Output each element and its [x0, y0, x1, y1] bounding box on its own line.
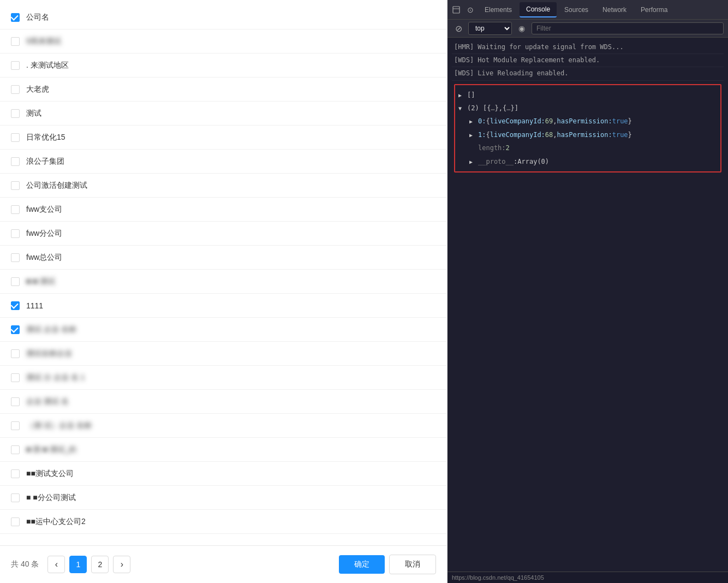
array-item-1[interactable]: 1: { liveCompanyId: 68 , hasPermission: …	[469, 128, 717, 141]
prev-page-button[interactable]	[47, 556, 65, 573]
list-item[interactable]: 大老虎	[0, 78, 447, 102]
item-label-4: 大老虎	[26, 85, 49, 94]
array-expanded-entry[interactable]: (2) [ {…} , {…} ]	[458, 102, 717, 115]
toggle-arrow-icon[interactable]	[458, 90, 465, 100]
checkbox-2[interactable]	[11, 37, 20, 46]
array-length: length: 2	[469, 141, 717, 154]
tab-console[interactable]: Console	[520, 2, 557, 17]
checkbox-17[interactable]	[11, 397, 20, 406]
checkbox-21[interactable]	[11, 493, 20, 502]
page-2-button[interactable]: 2	[91, 556, 109, 573]
list-item[interactable]: ■ 测 ■ 测试_的	[0, 438, 447, 462]
list-item[interactable]: fww分公司	[0, 222, 447, 246]
item-label-1: 公司名	[26, 13, 49, 22]
inspect-icon[interactable]	[450, 3, 463, 16]
list-item[interactable]: ■■测试支公司	[0, 462, 447, 486]
item0-prop2-value: true	[612, 116, 628, 127]
proto-arrow-icon[interactable]	[469, 156, 476, 167]
checkbox-9[interactable]	[11, 205, 20, 214]
item0-prop1-key: liveCompanyId:	[490, 116, 545, 127]
checkbox-12[interactable]	[11, 277, 20, 286]
list-item[interactable]: （测 试）企业 名称	[0, 414, 447, 438]
checkbox-10[interactable]	[11, 229, 20, 238]
list-item[interactable]: 公司名	[0, 5, 447, 29]
item-label-3: . 来测试地区	[26, 61, 69, 70]
item0-brace-close: }	[628, 116, 632, 127]
list-item[interactable]: 测试 分 企业 名 1	[0, 366, 447, 390]
tab-elements[interactable]: Elements	[478, 3, 518, 17]
checkbox-22[interactable]	[11, 517, 20, 526]
item-label-22: ■■运中心支公司2	[26, 517, 86, 527]
checkbox-5[interactable]	[11, 109, 20, 118]
list-item[interactable]: 测试名称企业	[0, 342, 447, 366]
checkbox-3[interactable]	[11, 61, 20, 70]
item1-arrow-icon[interactable]	[469, 129, 476, 140]
list-item[interactable]: 日常优化15	[0, 126, 447, 150]
checkbox-19[interactable]	[11, 445, 20, 454]
list-item[interactable]: ■■运中心支公司2	[0, 510, 447, 534]
length-label: length:	[478, 142, 506, 153]
item-label-10: fww分公司	[26, 229, 62, 239]
array-obj-2: {…}	[503, 103, 515, 114]
list-item[interactable]: 测试	[0, 102, 447, 126]
item-label-11: fww总公司	[26, 253, 62, 263]
list-item[interactable]: 公司激活创建测试	[0, 174, 447, 198]
checkbox-14[interactable]	[11, 325, 20, 334]
tab-performance[interactable]: Performa	[634, 3, 674, 17]
list-item[interactable]: . 来测试地区	[0, 53, 447, 78]
right-panel: ⊙ Elements Console Sources Network Perfo…	[447, 0, 728, 583]
list-item[interactable]: 企业 测试 名	[0, 390, 447, 414]
confirm-button[interactable]: 确定	[339, 555, 385, 574]
console-line-hmr: [HMR] Waiting for update signal from WDS…	[452, 41, 724, 54]
pointer-icon[interactable]: ⊙	[464, 3, 477, 16]
pagination-total: 共 40 条	[11, 560, 39, 569]
checkbox-8[interactable]	[11, 181, 20, 190]
tab-network[interactable]: Network	[596, 3, 633, 17]
checkbox-18[interactable]	[11, 421, 20, 430]
checkbox-11[interactable]	[11, 253, 20, 262]
eye-icon[interactable]: ◉	[515, 22, 528, 35]
page-1-button[interactable]: 1	[69, 556, 87, 573]
item1-prop2-value: true	[612, 129, 628, 140]
console-section: [] (2) [ {…} , {…} ] 0: { liveCompanyId:…	[454, 84, 721, 172]
block-icon[interactable]: ⊘	[452, 22, 465, 35]
tab-sources[interactable]: Sources	[558, 3, 595, 17]
checkbox-13[interactable]	[11, 301, 20, 310]
length-value: 2	[506, 142, 510, 153]
array-comma: ,	[499, 103, 503, 114]
item-label-20: ■■测试支公司	[26, 469, 74, 479]
checkbox-15[interactable]	[11, 349, 20, 358]
checkbox-4[interactable]	[11, 85, 20, 94]
list-item[interactable]: fww支公司	[0, 198, 447, 222]
item1-prop1-key: liveCompanyId:	[490, 129, 545, 140]
item-label-12: ■ ■ 测试	[26, 277, 55, 287]
item-label-6: 日常优化15	[26, 133, 65, 142]
item0-key: 0:	[478, 116, 486, 127]
item-label-17: 企业 测试 名	[26, 397, 69, 407]
context-select[interactable]: top	[468, 22, 512, 35]
list-item[interactable]: 1111	[0, 294, 447, 318]
item1-prop1-value: 68	[545, 129, 553, 140]
list-item[interactable]: 测试 企业 名称	[0, 318, 447, 342]
item0-arrow-icon[interactable]	[469, 116, 476, 127]
cancel-button[interactable]: 取消	[389, 555, 436, 574]
checkbox-16[interactable]	[11, 373, 20, 382]
filter-input[interactable]	[532, 22, 724, 34]
array-empty-entry[interactable]: []	[458, 88, 717, 102]
toggle-arrow-2-icon[interactable]	[458, 103, 465, 114]
left-panel: 公司名 9再来测试 . 来测试地区 大老虎 测试 日常优化15	[0, 0, 447, 583]
list-item[interactable]: fww总公司	[0, 246, 447, 270]
item-label-14: 测试 企业 名称	[26, 325, 76, 335]
footer: 共 40 条 1 2 确定 取消	[0, 545, 447, 583]
list-item[interactable]: 浪公子集团	[0, 150, 447, 174]
list-item[interactable]: ■ ■分公司测试	[0, 486, 447, 510]
proto-entry[interactable]: __proto__ : Array(0)	[469, 155, 717, 168]
array-item-0[interactable]: 0: { liveCompanyId: 69 , hasPermission: …	[469, 115, 717, 128]
list-item[interactable]: ■ ■ 测试	[0, 270, 447, 294]
checkbox-1[interactable]	[11, 13, 20, 22]
next-page-button[interactable]	[113, 556, 130, 573]
list-item[interactable]: 9再来测试	[0, 29, 447, 53]
checkbox-7[interactable]	[11, 157, 20, 166]
checkbox-20[interactable]	[11, 469, 20, 478]
checkbox-6[interactable]	[11, 133, 20, 142]
